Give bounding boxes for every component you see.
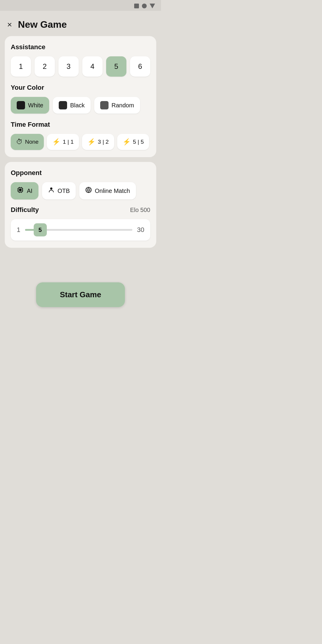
lightning-icon-1: ⚡ bbox=[52, 138, 60, 146]
color-black-label: Black bbox=[70, 102, 85, 109]
opponent-otb-label: OTB bbox=[58, 188, 70, 194]
assist-btn-1[interactable]: 1 bbox=[11, 56, 31, 77]
opponent-btn-otb[interactable]: OTB bbox=[42, 182, 76, 199]
slider-wrapper: 5 bbox=[25, 223, 132, 237]
clock-icon: ⏱ bbox=[16, 138, 23, 146]
time-3-2-label: 3 | 2 bbox=[98, 139, 109, 145]
header: × New Game bbox=[0, 11, 161, 36]
assistance-row: 1 2 3 4 5 6 bbox=[11, 56, 150, 77]
elo-label: Elo 500 bbox=[130, 207, 150, 213]
color-row: White Black Random bbox=[11, 97, 150, 114]
opponent-ai-label: AI bbox=[27, 188, 32, 194]
assist-btn-4[interactable]: 4 bbox=[82, 56, 103, 77]
status-icon-square bbox=[134, 4, 139, 8]
color-label: Your Color bbox=[11, 84, 150, 92]
opponent-btn-online[interactable]: Online Match bbox=[79, 182, 136, 199]
color-white-label: White bbox=[28, 102, 43, 109]
difficulty-min: 1 bbox=[17, 226, 20, 234]
chip-icon bbox=[17, 186, 24, 195]
globe-icon bbox=[85, 187, 92, 195]
difficulty-max: 30 bbox=[137, 226, 144, 234]
page-title: New Game bbox=[18, 19, 67, 30]
lightning-icon-2: ⚡ bbox=[87, 138, 95, 146]
time-format-row: ⏱ None ⚡ 1 | 1 ⚡ 3 | 2 ⚡ 5 | 5 bbox=[11, 134, 150, 150]
assist-btn-2[interactable]: 2 bbox=[35, 56, 55, 77]
time-btn-5-5[interactable]: ⚡ 5 | 5 bbox=[117, 134, 149, 150]
random-swatch bbox=[100, 101, 109, 109]
assist-btn-3[interactable]: 3 bbox=[58, 56, 79, 77]
color-btn-black[interactable]: Black bbox=[53, 97, 91, 114]
time-btn-1-1[interactable]: ⚡ 1 | 1 bbox=[47, 134, 79, 150]
color-random-label: Random bbox=[112, 102, 134, 109]
opponent-row: AI OTB Online Match bbox=[11, 182, 150, 199]
black-swatch bbox=[59, 101, 67, 109]
svg-point-11 bbox=[86, 187, 91, 193]
time-none-label: None bbox=[25, 139, 38, 145]
svg-rect-1 bbox=[19, 189, 21, 191]
start-game-button[interactable]: Start Game bbox=[36, 282, 125, 307]
game-settings-card: Assistance 1 2 3 4 5 6 Your Color White … bbox=[5, 36, 156, 157]
white-swatch bbox=[17, 101, 25, 109]
bottom-area: Start Game bbox=[0, 253, 161, 322]
assist-btn-6[interactable]: 6 bbox=[130, 56, 150, 77]
opponent-label: Opponent bbox=[11, 169, 150, 177]
difficulty-header: Difficulty Elo 500 bbox=[11, 206, 150, 214]
difficulty-slider-container: 1 5 30 bbox=[11, 219, 150, 241]
status-bar bbox=[0, 0, 161, 11]
close-button[interactable]: × bbox=[7, 21, 12, 29]
time-btn-none[interactable]: ⏱ None bbox=[11, 134, 44, 150]
person-icon bbox=[48, 187, 55, 195]
assistance-label: Assistance bbox=[11, 43, 150, 51]
time-format-label: Time Format bbox=[11, 121, 150, 129]
svg-point-10 bbox=[50, 188, 52, 190]
status-icon-triangle bbox=[150, 4, 155, 8]
assist-btn-5[interactable]: 5 bbox=[106, 56, 126, 77]
time-1-1-label: 1 | 1 bbox=[63, 139, 74, 145]
opponent-btn-ai[interactable]: AI bbox=[11, 182, 38, 199]
opponent-card: Opponent AI bbox=[5, 162, 156, 248]
difficulty-label: Difficulty bbox=[11, 206, 39, 214]
time-5-5-label: 5 | 5 bbox=[133, 139, 144, 145]
lightning-icon-3: ⚡ bbox=[123, 138, 131, 146]
status-icon-circle bbox=[142, 4, 147, 8]
color-btn-random[interactable]: Random bbox=[94, 97, 140, 114]
opponent-online-label: Online Match bbox=[95, 188, 130, 194]
time-btn-3-2[interactable]: ⚡ 3 | 2 bbox=[82, 134, 114, 150]
color-btn-white[interactable]: White bbox=[11, 97, 49, 114]
